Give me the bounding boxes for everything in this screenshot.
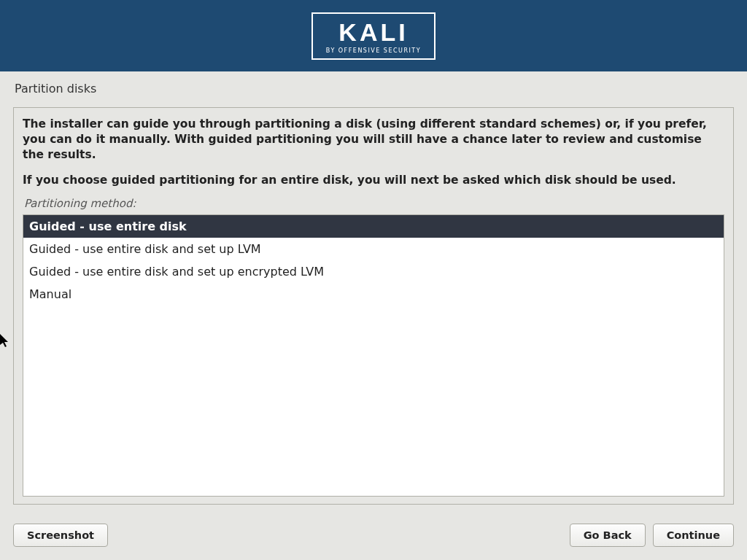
description-text-1: The installer can guide you through part… xyxy=(23,117,724,163)
title-area: Partition disks xyxy=(0,71,747,103)
logo-text: KALI xyxy=(326,20,421,44)
continue-button[interactable]: Continue xyxy=(653,524,734,547)
partition-option[interactable]: Guided - use entire disk and set up encr… xyxy=(23,260,724,283)
logo-subtitle: BY OFFENSIVE SECURITY xyxy=(326,47,421,54)
screenshot-button[interactable]: Screenshot xyxy=(13,524,108,547)
partition-option[interactable]: Manual xyxy=(23,283,724,306)
partition-option[interactable]: Guided - use entire disk xyxy=(23,215,724,238)
button-bar: Screenshot Go Back Continue xyxy=(0,513,747,560)
header-banner: KALI BY OFFENSIVE SECURITY xyxy=(0,0,747,71)
main-panel: The installer can guide you through part… xyxy=(13,107,734,505)
page-title: Partition disks xyxy=(15,82,732,96)
kali-logo: KALI BY OFFENSIVE SECURITY xyxy=(311,12,436,60)
go-back-button[interactable]: Go Back xyxy=(570,524,646,547)
description-text-2: If you choose guided partitioning for an… xyxy=(23,173,724,188)
partition-option[interactable]: Guided - use entire disk and set up LVM xyxy=(23,238,724,260)
mouse-cursor-icon xyxy=(0,334,10,349)
partitioning-method-listbox[interactable]: Guided - use entire diskGuided - use ent… xyxy=(23,214,724,497)
partitioning-method-label: Partitioning method: xyxy=(23,197,724,210)
